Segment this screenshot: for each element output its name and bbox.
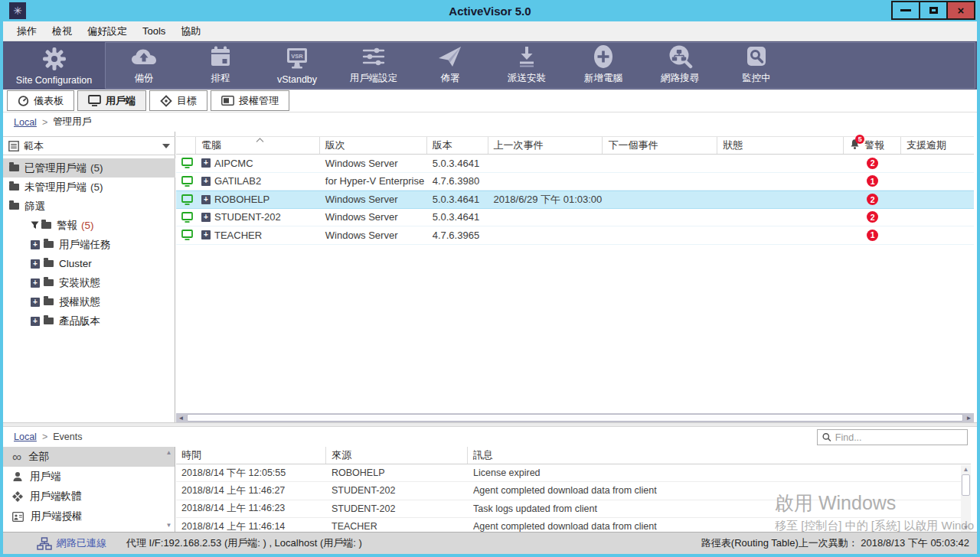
breadcrumb-local-link[interactable]: Local	[14, 117, 37, 128]
template-selector[interactable]: 範本	[3, 136, 175, 155]
table-row-teacher[interactable]: TEACHER Windows Server 4.7.6.3965 1	[176, 226, 974, 245]
expand-icon[interactable]	[31, 317, 40, 326]
event-time: 2018/8/14 上午 11:46:27	[176, 484, 326, 497]
expand-icon[interactable]	[201, 158, 211, 168]
tree-item-filters[interactable]: 篩選	[3, 197, 175, 216]
tab-clients[interactable]: 用戶端	[77, 90, 146, 111]
table-row-robohelp[interactable]: ROBOHELP Windows Server 5.0.3.4641 2018/…	[176, 191, 974, 209]
menu-preferences[interactable]: 偏好設定	[80, 24, 135, 38]
menu-help[interactable]: 協助	[173, 24, 208, 38]
site-configuration-button[interactable]: Site Configuration	[3, 41, 105, 90]
column-status[interactable]: 狀態	[717, 137, 844, 154]
event-row[interactable]: 2018/8/14 上午 11:46:27 STUDENT-202 Agent …	[176, 482, 971, 500]
expand-icon[interactable]	[31, 298, 40, 307]
event-source: STUDENT-202	[326, 485, 468, 496]
column-version[interactable]: 版本	[427, 137, 488, 154]
expand-icon[interactable]	[201, 213, 211, 222]
tree-item-managed-clients[interactable]: 已管理用戶端 (5)	[3, 158, 175, 178]
event-row[interactable]: 2018/8/14 下午 12:05:55 ROBOHELP License e…	[176, 464, 971, 482]
event-row[interactable]: 2018/8/14 上午 11:46:14 TEACHER Agent comp…	[176, 518, 971, 532]
categories-scrollbar[interactable]: ▲ ▼	[164, 448, 174, 529]
folder-icon	[9, 164, 19, 171]
menu-tools[interactable]: Tools	[135, 25, 173, 37]
vstandby-button[interactable]: VSR vStandby	[259, 43, 335, 88]
deploy-button[interactable]: 佈署	[412, 43, 488, 88]
event-time: 2018/8/14 上午 11:46:23	[176, 502, 326, 515]
expand-icon[interactable]	[31, 259, 40, 269]
agent-info: 代理 I/F:192.168.2.53 (用戶端: ) , Localhost …	[126, 536, 362, 550]
table-row-aipcmc[interactable]: AIPCMC Windows Server 5.0.3.4641 2	[176, 155, 974, 173]
tree-label: 用戶端任務	[59, 238, 111, 252]
column-message[interactable]: 訊息	[468, 447, 962, 464]
category-clients[interactable]: 用戶端	[3, 467, 175, 487]
scroll-down-arrow-icon[interactable]: ▼	[164, 521, 174, 529]
scroll-left-arrow-icon[interactable]: ◄	[176, 413, 186, 422]
event-message: Agent completed download data from clien…	[468, 521, 962, 532]
scroll-up-arrow-icon[interactable]: ▲	[961, 465, 971, 474]
network-search-button[interactable]: 網路搜尋	[642, 43, 718, 88]
tree-item-license-status[interactable]: 授權狀態	[3, 292, 175, 311]
folder-icon	[44, 241, 54, 248]
scroll-up-arrow-icon[interactable]: ▲	[164, 448, 174, 457]
tree-item-product-version[interactable]: 產品版本	[3, 311, 175, 331]
find-input[interactable]	[835, 432, 962, 443]
scrollbar-thumb[interactable]	[962, 474, 970, 496]
event-source: ROBOHELP	[326, 467, 468, 478]
backup-button[interactable]: 備份	[106, 43, 182, 88]
push-install-button[interactable]: 派送安裝	[488, 43, 565, 88]
events-breadcrumb-separator: >	[42, 432, 47, 442]
scrollbar-thumb[interactable]	[187, 414, 963, 422]
expand-icon[interactable]	[31, 278, 40, 288]
main-area: 範本 已管理用戶端 (5) 未管理用戶端 (5) 篩選	[3, 132, 974, 422]
category-client-license[interactable]: 用戶端授權	[3, 507, 175, 526]
tab-targets[interactable]: 目標	[149, 90, 207, 111]
event-row[interactable]: 2018/8/14 上午 11:46:23 STUDENT-202 Task l…	[176, 500, 971, 518]
network-status-label: 網路已連線	[57, 536, 106, 550]
column-time[interactable]: 時間	[176, 447, 326, 464]
chevron-down-icon	[162, 144, 170, 148]
monitoring-button[interactable]: 監控中	[718, 43, 795, 88]
scroll-down-arrow-icon[interactable]: ▼	[961, 523, 971, 532]
tree-item-cluster[interactable]: Cluster	[3, 254, 175, 273]
close-icon: ×	[958, 5, 965, 16]
horizontal-scrollbar[interactable]: ◄ ►	[176, 413, 974, 422]
category-label: 全部	[28, 450, 49, 464]
expand-icon[interactable]	[201, 177, 211, 186]
expand-icon[interactable]	[201, 230, 211, 239]
column-next-event-label: 下一個事件	[608, 138, 658, 152]
menu-operation[interactable]: 操作	[9, 24, 44, 38]
expand-icon[interactable]	[31, 240, 40, 249]
tree-label: 產品版本	[59, 314, 100, 328]
column-support-expiry[interactable]: 支援逾期	[901, 137, 974, 154]
category-all[interactable]: 全部	[3, 447, 175, 467]
tab-dashboard[interactable]: 儀表板	[7, 90, 74, 111]
events-breadcrumb-local-link[interactable]: Local	[14, 432, 37, 442]
minimize-button[interactable]	[891, 1, 920, 20]
clients-table-header: 電腦 版次 版本 上一次事件 下一個事件 狀態 5 警報 支援逾期	[176, 136, 974, 155]
close-button[interactable]: ×	[946, 1, 975, 20]
events-scrollbar[interactable]: ▲ ▼	[961, 465, 971, 532]
column-last-event[interactable]: 上一次事件	[488, 137, 603, 154]
table-row-student-202[interactable]: STUDENT-202 Windows Server 5.0.3.4641 2	[176, 209, 974, 227]
column-alerts[interactable]: 5 警報	[844, 137, 901, 154]
column-edition[interactable]: 版次	[320, 137, 427, 154]
menu-view[interactable]: 檢視	[44, 24, 80, 38]
add-computer-button[interactable]: 新增電腦	[565, 43, 642, 88]
monitoring-label: 監控中	[742, 72, 771, 85]
find-box[interactable]	[817, 429, 968, 445]
client-settings-button[interactable]: 用戶端設定	[335, 43, 412, 88]
scroll-right-arrow-icon[interactable]: ►	[964, 413, 974, 422]
schedule-button[interactable]: 排程	[182, 43, 259, 88]
column-computer[interactable]: 電腦	[196, 137, 320, 154]
tree-item-alerts-filter[interactable]: 警報 (5)	[3, 216, 175, 235]
table-row-gatilab2[interactable]: GATILAB2 for Hyper-V Enterprise 4.7.6.39…	[176, 173, 974, 191]
tree-item-install-status[interactable]: 安裝狀態	[3, 273, 175, 292]
tree-item-unmanaged-clients[interactable]: 未管理用戶端 (5)	[3, 178, 175, 197]
column-source[interactable]: 來源	[326, 447, 468, 464]
tab-license-management[interactable]: 授權管理	[211, 90, 289, 111]
category-client-software[interactable]: 用戶端軟體	[3, 487, 175, 507]
tree-item-client-tasks[interactable]: 用戶端任務	[3, 235, 175, 254]
column-next-event[interactable]: 下一個事件	[603, 137, 717, 154]
expand-icon[interactable]	[201, 195, 211, 204]
maximize-button[interactable]	[919, 1, 948, 20]
